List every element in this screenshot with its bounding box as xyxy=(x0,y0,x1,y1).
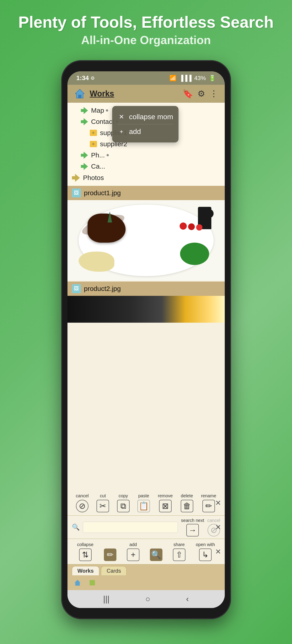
signal-icon: ▐▐▐ xyxy=(179,75,192,82)
status-icons: 📶 ▐▐▐ 43% 🔋 xyxy=(169,75,216,82)
tab-works[interactable]: Works xyxy=(72,566,99,575)
main-content: Map Contact ≡ supplier1 xyxy=(67,103,225,490)
add-label: add xyxy=(129,128,141,136)
status-time: 1:34 ⊙ xyxy=(76,74,94,82)
search-active-icon: 🔍 xyxy=(150,548,162,561)
phone-wrapper: 1:34 ⊙ 📶 ▐▐▐ 43% 🔋 Works 🔖 ⚙ ⋮ xyxy=(61,60,231,619)
remove-btn-icon: ⊠ xyxy=(159,500,172,512)
tree-label-photos: Photos xyxy=(83,174,104,182)
tree-item-ph[interactable]: Ph... xyxy=(67,150,225,161)
home-icon xyxy=(74,88,85,99)
remove-btn[interactable]: remove ⊠ xyxy=(158,493,173,512)
delete-btn-icon: 🗑 xyxy=(181,500,193,512)
search-active-btn[interactable]: - 🔍 xyxy=(150,542,162,561)
tree-arrow-ph xyxy=(81,152,88,159)
tree-dot-map xyxy=(106,109,108,112)
tab-bar: Works Cards xyxy=(67,564,225,590)
edit-btn-icon: ✏ xyxy=(104,548,116,561)
search-next-icon: → xyxy=(186,524,199,536)
paste-btn[interactable]: paste 📋 xyxy=(137,493,150,512)
back-btn[interactable]: ‹ xyxy=(186,594,189,604)
cancel-label: cancel xyxy=(76,493,89,498)
tree-item-photos[interactable]: Photos xyxy=(67,172,225,184)
tab-cards[interactable]: Cards xyxy=(101,566,126,575)
add-icon: + xyxy=(117,128,126,135)
add-label: add xyxy=(129,542,137,547)
time-text: 1:34 xyxy=(76,74,89,82)
tab-home-icon[interactable] xyxy=(72,577,83,588)
tree-icon-supplier2: ≡ xyxy=(90,141,97,147)
page-title: Plenty of Tools, Effortless Search xyxy=(18,14,274,31)
search-input[interactable] xyxy=(83,522,178,533)
image2-thumb-icon: 🖼 xyxy=(72,284,81,293)
image2-preview xyxy=(67,296,225,323)
add-btn-icon: + xyxy=(127,548,139,561)
collapse-btn[interactable]: collapse ⇅ xyxy=(77,542,93,561)
paste-btn-icon: 📋 xyxy=(137,500,150,512)
image1-name: product1.jpg xyxy=(84,189,121,197)
context-menu: ✕ collapse mom + add xyxy=(112,106,179,142)
image1-header[interactable]: 🖼 product1.jpg xyxy=(67,186,225,200)
image2-name: product2.jpg xyxy=(84,285,121,292)
tree-arrow-contact xyxy=(81,118,88,125)
settings-icon[interactable]: ⚙ xyxy=(198,89,205,98)
tree-label-map: Map xyxy=(91,107,104,114)
delete-btn[interactable]: delete 🗑 xyxy=(181,493,193,512)
tree-item-ca[interactable]: Ca... xyxy=(67,161,225,172)
edit-btn[interactable]: - ✏ xyxy=(104,542,116,561)
tree-label-ca: Ca... xyxy=(91,162,105,170)
copy-btn-icon: ⧉ xyxy=(117,500,130,512)
cut-label: cut xyxy=(100,493,106,498)
home-btn[interactable]: ○ xyxy=(145,594,150,604)
add-btn[interactable]: add + xyxy=(127,542,139,561)
open-with-label: open with xyxy=(196,542,215,547)
toolbar-close-3[interactable]: ✕ xyxy=(215,548,221,556)
cancel-btn-icon: ⊘ xyxy=(76,500,88,512)
open-with-icon: ↳ xyxy=(199,548,212,561)
tree-view: Map Contact ≡ supplier1 xyxy=(67,103,225,186)
home-bar: ||| ○ ‹ xyxy=(67,590,225,608)
bookmark-icon[interactable]: 🔖 xyxy=(183,89,193,98)
context-menu-add[interactable]: + add xyxy=(117,124,173,139)
collapse-label: collapse mom xyxy=(129,113,173,121)
cut-btn[interactable]: cut ✂ xyxy=(96,493,109,512)
search-next-btn[interactable]: search next → xyxy=(181,518,204,536)
wifi-icon: 📶 xyxy=(169,75,177,82)
battery-text: 43% xyxy=(194,75,206,82)
toolbar-row-1: cancel ⊘ cut ✂ copy ⧉ paste 📋 remove ⊠ d… xyxy=(67,490,225,516)
cancel-btn[interactable]: cancel ⊘ xyxy=(76,493,89,512)
open-with-btn[interactable]: open with ↳ xyxy=(196,542,215,561)
location-icon: ⊙ xyxy=(91,75,94,81)
image2-header[interactable]: 🖼 product2.jpg xyxy=(67,282,225,296)
app-title: Works xyxy=(90,89,178,98)
svg-rect-1 xyxy=(90,580,95,586)
toolbar-close-2[interactable]: ✕ xyxy=(215,523,221,532)
collapse-icon: ✕ xyxy=(117,113,126,120)
toolbar-close-1[interactable]: ✕ xyxy=(215,499,221,507)
search-next-label: search next xyxy=(181,518,204,523)
more-options-icon[interactable]: ⋮ xyxy=(210,89,218,98)
svg-rect-0 xyxy=(78,95,81,98)
rename-btn[interactable]: rename ✏ xyxy=(201,493,216,512)
image-item-2: 🖼 product2.jpg xyxy=(67,282,225,323)
image-item-1: 🖼 product1.jpg xyxy=(67,186,225,281)
remove-label: remove xyxy=(158,493,173,498)
tab-buttons: Works Cards xyxy=(72,566,220,575)
tree-arrow-map xyxy=(81,107,88,114)
status-bar: 1:34 ⊙ 📶 ▐▐▐ 43% 🔋 xyxy=(67,71,225,85)
cancel2-label: cancel xyxy=(207,518,220,523)
recent-apps-btn[interactable]: ||| xyxy=(103,594,109,604)
context-menu-collapse[interactable]: ✕ collapse mom xyxy=(117,110,173,124)
share-btn[interactable]: share ⇧ xyxy=(173,542,185,561)
toolbar-row-3: collapse ⇅ - ✏ add + - 🔍 share ⇧ open wi… xyxy=(67,539,225,564)
paste-label: paste xyxy=(138,493,149,498)
delete-label: delete xyxy=(181,493,193,498)
copy-btn[interactable]: copy ⧉ xyxy=(117,493,130,512)
app-bar: Works 🔖 ⚙ ⋮ xyxy=(67,85,225,103)
image1-thumb-icon: 🖼 xyxy=(72,188,81,198)
copy-label: copy xyxy=(119,493,128,498)
tab-tag-icon[interactable] xyxy=(87,577,98,588)
collapse-btn-icon: ⇅ xyxy=(79,548,92,561)
toolbar-row-2: 🔍 search next → cancel ⊘ ✕ xyxy=(67,516,225,539)
tree-label-contact: Contact xyxy=(91,118,114,126)
